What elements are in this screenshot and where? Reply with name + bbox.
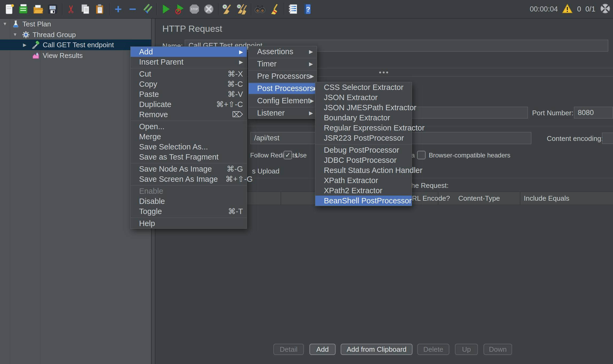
menu-item-result-status-action-handler[interactable]: Result Status Action Handler	[315, 165, 412, 175]
menu-item-toggle[interactable]: Toggle⌘-T	[131, 206, 247, 216]
menu-item-remove[interactable]: Remove⌦	[131, 109, 247, 120]
menu-separator	[131, 120, 247, 121]
cut-icon[interactable]: ✂	[65, 3, 77, 15]
collapse-arrow-icon[interactable]: ▼	[13, 29, 17, 40]
menu-item-save-node-as-image[interactable]: Save Node As Image⌘-G	[131, 164, 247, 174]
menu-item-regular-expression-extractor[interactable]: Regular Expression Extractor	[315, 123, 412, 133]
templates-icon[interactable]	[18, 3, 30, 15]
column-divider[interactable]	[520, 192, 520, 205]
shutdown-icon[interactable]	[203, 3, 215, 15]
menu-item-jdbc-postprocessor[interactable]: JDBC PostProcessor	[315, 155, 412, 165]
menu-item-disable[interactable]: Disable	[131, 196, 247, 206]
use-keepalive-label-fragment: Use	[295, 152, 307, 159]
use-keepalive-checkbox[interactable]: ✓	[284, 151, 292, 159]
tree-context-menu: Add▶Insert Parent▶Cut⌘-XCopy⌘-CPaste⌘-VD…	[130, 46, 247, 229]
menu-item-label: Timer	[257, 60, 277, 68]
tree-item-call-get-test-endpoint[interactable]: ▶Call GET Test endpoint	[0, 39, 151, 50]
start-icon[interactable]	[159, 3, 172, 15]
menu-item-shortcut: ⌘-C	[219, 80, 243, 89]
start-no-timers-icon[interactable]	[174, 3, 186, 15]
function-helper-icon[interactable]	[287, 3, 299, 15]
add-icon[interactable]: +	[112, 3, 124, 15]
menu-item-listener[interactable]: Listener▶	[249, 108, 317, 118]
menu-item-css-selector-extractor[interactable]: CSS Selector Extractor	[315, 82, 412, 92]
view-results-icon	[32, 52, 40, 61]
menu-item-paste[interactable]: Paste⌘-V	[131, 89, 247, 99]
menu-item-label: Remove	[139, 110, 168, 119]
toolbar-separator	[251, 3, 252, 15]
column-divider[interactable]	[281, 192, 281, 205]
tree-item-view-results[interactable]: View Results	[0, 50, 151, 61]
menu-item-save-as-test-fragment[interactable]: Save as Test Fragment	[131, 152, 247, 162]
toggle-icon[interactable]	[141, 3, 153, 15]
paste-icon[interactable]	[94, 3, 106, 15]
new-file-icon[interactable]	[3, 3, 15, 15]
reset-search-icon[interactable]	[268, 3, 281, 15]
add-button[interactable]: Add	[309, 344, 336, 355]
content-type-column-header[interactable]: Content-Type	[438, 192, 520, 205]
subtract-icon[interactable]: −	[127, 3, 139, 15]
menu-item-open-[interactable]: Open...	[131, 121, 247, 132]
menu-item-label: Save Node As Image	[139, 165, 212, 173]
menu-item-config-element[interactable]: Config Element▶	[249, 95, 317, 106]
tree-item-test-plan[interactable]: ▼Test Plan	[0, 19, 151, 29]
menu-item-boundary-extractor[interactable]: Boundary Extractor	[315, 113, 412, 123]
test-plan-tree: ▼Test Plan▼Thread Group▶Call GET Test en…	[0, 19, 151, 364]
http-sampler-icon	[32, 41, 40, 50]
collapse-arrow-icon[interactable]: ▼	[3, 19, 7, 29]
expand-arrow-icon[interactable]: ▶	[23, 39, 26, 50]
menu-item-assertions[interactable]: Assertions▶	[249, 46, 317, 57]
menu-item-merge[interactable]: Merge	[131, 132, 247, 142]
help-icon[interactable]: ?	[301, 3, 313, 15]
files-upload-tab-fragment[interactable]: s Upload	[252, 167, 280, 175]
menu-item-label: Pre Processors	[257, 72, 310, 81]
menu-item-jsr223-postprocessor[interactable]: JSR223 PostProcessor	[315, 133, 412, 143]
submenu-arrow-icon: ▶	[239, 49, 243, 55]
warning-icon[interactable]	[562, 4, 573, 14]
down-button: Down	[484, 344, 512, 355]
menu-item-save-screen-as-image[interactable]: Save Screen As Image⌘+⇧-G	[131, 174, 247, 184]
menu-item-pre-processors[interactable]: Pre Processors▶	[249, 71, 317, 82]
open-file-icon[interactable]	[32, 3, 44, 15]
search-icon[interactable]	[254, 3, 266, 15]
menu-item-add[interactable]: Add▶	[131, 47, 247, 57]
detail-button: Detail	[273, 344, 304, 355]
menu-item-debug-postprocessor[interactable]: Debug PostProcessor	[315, 145, 412, 155]
menu-item-timer[interactable]: Timer▶	[249, 58, 317, 69]
menu-item-label: BeanShell PostProcessor	[324, 196, 412, 205]
menu-item-xpath2-extractor[interactable]: XPath2 Extractor	[315, 185, 412, 196]
menu-item-label: Listener	[257, 109, 285, 117]
stop-icon[interactable]: STOP	[188, 3, 201, 15]
menu-separator	[131, 67, 247, 69]
tree-item-thread-group[interactable]: ▼Thread Group	[0, 29, 151, 40]
menu-item-beanshell-postprocessor[interactable]: BeanShell PostProcessor	[315, 196, 412, 206]
menu-item-json-jmespath-extractor[interactable]: JSON JMESPath Extractor	[315, 102, 412, 113]
menu-item-label: Insert Parent	[139, 58, 183, 66]
clear-all-icon[interactable]	[235, 3, 248, 15]
menu-item-label: Boundary Extractor	[324, 113, 390, 122]
menu-item-enable: Enable	[131, 186, 247, 196]
add-from-clipboard-button[interactable]: Add from Clipboard	[341, 344, 412, 355]
browser-headers-checkbox[interactable]	[417, 151, 426, 159]
menu-item-duplicate[interactable]: Duplicate⌘+⇧-C	[131, 99, 247, 109]
menu-item-json-extractor[interactable]: JSON Extractor	[315, 92, 412, 102]
save-icon[interactable]	[46, 3, 59, 15]
menu-item-label: Config Element	[257, 96, 310, 105]
menu-item-save-selection-as-[interactable]: Save Selection As...	[131, 142, 247, 152]
menu-item-post-processors[interactable]: Post Processors▶	[249, 83, 317, 94]
port-number-input[interactable]: 8080	[574, 107, 613, 118]
clear-icon[interactable]	[221, 3, 233, 15]
tree-item-label: Call GET Test endpoint	[43, 39, 114, 50]
menu-item-insert-parent[interactable]: Insert Parent▶	[131, 57, 247, 67]
menu-item-label: Assertions	[257, 47, 293, 56]
include-equals-column-header[interactable]: Include Equals	[524, 192, 569, 205]
menu-item-xpath-extractor[interactable]: XPath Extractor	[315, 175, 412, 185]
content-encoding-input[interactable]	[602, 133, 613, 144]
menu-item-cut[interactable]: Cut⌘-X	[131, 69, 247, 79]
copy-icon[interactable]	[79, 3, 92, 15]
menu-item-label: JDBC PostProcessor	[324, 156, 396, 165]
menu-item-label: Enable	[139, 187, 163, 196]
menu-item-help[interactable]: Help	[131, 218, 247, 228]
menu-item-copy[interactable]: Copy⌘-C	[131, 79, 247, 89]
browser-headers-label: Browser-compatible headers	[429, 152, 510, 159]
